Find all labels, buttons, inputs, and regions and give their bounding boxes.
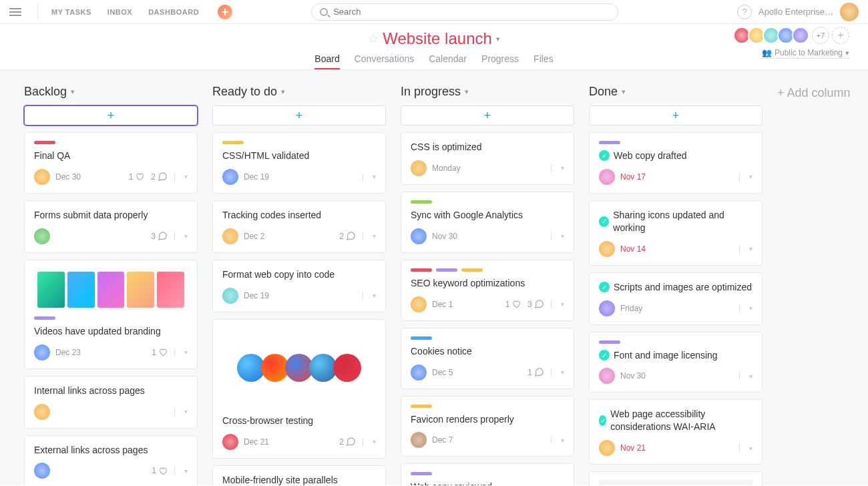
task-card[interactable]: ✓Web copy draftedNov 17▾ (589, 132, 763, 194)
card-menu-caret[interactable]: ▾ (561, 164, 564, 172)
card-menu-caret[interactable]: ▾ (561, 300, 564, 308)
tab-files[interactable]: Files (533, 53, 554, 69)
add-card-button[interactable]: + (589, 105, 763, 126)
assignee-avatar[interactable] (34, 463, 50, 479)
card-menu-caret[interactable]: ▾ (561, 369, 564, 376)
assignee-avatar[interactable] (34, 228, 50, 244)
task-card[interactable]: Cookies noticeDec 51▾ (401, 328, 574, 389)
nav-my-tasks[interactable]: MY TASKS (46, 8, 97, 16)
add-card-button[interactable]: + (24, 105, 198, 126)
card-menu-caret[interactable]: ▾ (373, 173, 376, 180)
add-card-button[interactable]: + (212, 105, 386, 126)
assignee-avatar[interactable] (34, 404, 50, 420)
assignee-avatar[interactable] (222, 169, 238, 185)
assignee-avatar[interactable] (222, 434, 238, 450)
card-menu-caret[interactable]: ▾ (184, 232, 188, 240)
menu-icon[interactable] (9, 8, 21, 16)
tab-calendar[interactable]: Calendar (429, 53, 467, 69)
card-menu-caret[interactable]: ▾ (561, 232, 564, 240)
task-card[interactable]: CSS/HTML validatedDec 19▾ (212, 132, 386, 194)
assignee-avatar[interactable] (599, 241, 615, 257)
tab-board[interactable]: Board (314, 53, 339, 69)
member-avatar[interactable] (792, 27, 809, 44)
assignee-avatar[interactable] (411, 160, 427, 176)
project-visibility[interactable]: 👥 Public to Marketing ▾ (762, 48, 849, 59)
comments-count[interactable]: 2 (151, 172, 168, 182)
card-menu-caret[interactable]: ▾ (749, 173, 752, 180)
task-card[interactable]: Forms submit data properly3▾ (24, 200, 198, 253)
task-card[interactable]: Web copy reviewedDec 9▾ (401, 463, 574, 485)
comments-count[interactable]: 2 (339, 437, 356, 447)
card-menu-caret[interactable]: ▾ (184, 467, 188, 475)
task-card[interactable]: Final QADec 3012▾ (24, 132, 198, 194)
task-card[interactable] (589, 471, 763, 485)
card-menu-caret[interactable]: ▾ (749, 445, 752, 452)
card-menu-caret[interactable]: ▾ (373, 438, 376, 445)
assignee-avatar[interactable] (599, 169, 615, 185)
card-menu-caret[interactable]: ▾ (184, 173, 188, 180)
likes-count[interactable]: 1 (129, 172, 145, 182)
assignee-avatar[interactable] (599, 300, 615, 316)
assignee-avatar[interactable] (411, 228, 427, 244)
project-members[interactable]: +7+ (736, 27, 849, 44)
likes-count[interactable]: 1 (505, 300, 521, 309)
column-menu-caret[interactable]: ▾ (71, 87, 75, 96)
assignee-avatar[interactable] (222, 288, 238, 304)
task-card[interactable]: ✓Font and image licensingNov 30▾ (589, 332, 763, 393)
task-card[interactable]: Mobile-friendly site parallelsDec 22▾ (212, 465, 386, 485)
card-menu-caret[interactable]: ▾ (373, 292, 376, 299)
tab-progress[interactable]: Progress (481, 53, 519, 69)
comments-count[interactable]: 1 (527, 367, 544, 377)
task-card[interactable]: Favicon renders properlyDec 7▾ (401, 396, 574, 457)
tab-conversations[interactable]: Conversations (355, 53, 415, 69)
user-avatar[interactable] (840, 3, 859, 21)
nav-inbox[interactable]: INBOX (102, 8, 138, 16)
likes-count[interactable]: 1 (152, 466, 168, 475)
assignee-avatar[interactable] (411, 432, 427, 448)
task-card[interactable]: Tracking codes insertedDec 22▾ (212, 200, 386, 253)
assignee-avatar[interactable] (411, 296, 427, 312)
assignee-avatar[interactable] (411, 364, 427, 381)
search-bar[interactable] (311, 3, 618, 21)
task-card[interactable]: CSS is optimizedMonday▾ (401, 132, 574, 185)
task-card[interactable]: Sync with Google AnalyticsNov 30▾ (401, 192, 574, 253)
card-menu-caret[interactable]: ▾ (749, 304, 752, 312)
assignee-avatar[interactable] (222, 228, 238, 244)
task-card[interactable]: ✓Scripts and images are optimizedFriday▾ (589, 272, 763, 325)
workspace-name[interactable]: Apollo Enterprise… (758, 7, 833, 17)
column-menu-caret[interactable]: ▾ (622, 87, 626, 96)
likes-count[interactable]: 1 (152, 348, 168, 357)
star-icon[interactable]: ☆ (368, 31, 379, 46)
card-menu-caret[interactable]: ▾ (373, 232, 376, 240)
help-icon[interactable]: ? (737, 5, 752, 19)
comments-count[interactable]: 3 (527, 299, 544, 309)
task-card[interactable]: External links across pages1▾ (24, 435, 198, 485)
assignee-avatar[interactable] (599, 368, 615, 384)
task-card[interactable]: Format web copy into codeDec 19▾ (212, 260, 386, 312)
members-overflow[interactable]: +7 (812, 27, 829, 44)
card-menu-caret[interactable]: ▾ (749, 245, 752, 252)
card-menu-caret[interactable]: ▾ (184, 408, 188, 415)
task-card[interactable]: ✓Web page accessibility considerations W… (589, 399, 763, 465)
task-card[interactable]: Internal links across pages▾ (24, 376, 198, 429)
card-menu-caret[interactable]: ▾ (749, 373, 752, 380)
assignee-avatar[interactable] (34, 344, 50, 360)
nav-dashboard[interactable]: DASHBOARD (143, 8, 204, 16)
comments-count[interactable]: 3 (151, 231, 168, 241)
task-card[interactable]: Videos have updated brandingDec 231▾ (24, 260, 198, 369)
global-add-button[interactable] (218, 5, 232, 19)
comments-count[interactable]: 2 (339, 231, 356, 241)
search-input[interactable] (333, 7, 610, 17)
column-menu-caret[interactable]: ▾ (281, 87, 285, 96)
task-card[interactable]: ✓Sharing icons updated and workingNov 14… (589, 200, 763, 266)
task-card[interactable]: SEO keyword optimizationsDec 113▾ (401, 260, 574, 321)
task-card[interactable]: Cross-browser testingDec 212▾ (212, 319, 386, 459)
column-menu-caret[interactable]: ▾ (465, 87, 469, 96)
add-column-button[interactable]: + Add column (777, 85, 851, 485)
assignee-avatar[interactable] (34, 169, 50, 185)
add-member-button[interactable]: + (832, 27, 849, 44)
card-menu-caret[interactable]: ▾ (184, 348, 188, 356)
assignee-avatar[interactable] (599, 440, 615, 456)
card-menu-caret[interactable]: ▾ (561, 437, 564, 444)
add-card-button[interactable]: + (401, 105, 574, 126)
